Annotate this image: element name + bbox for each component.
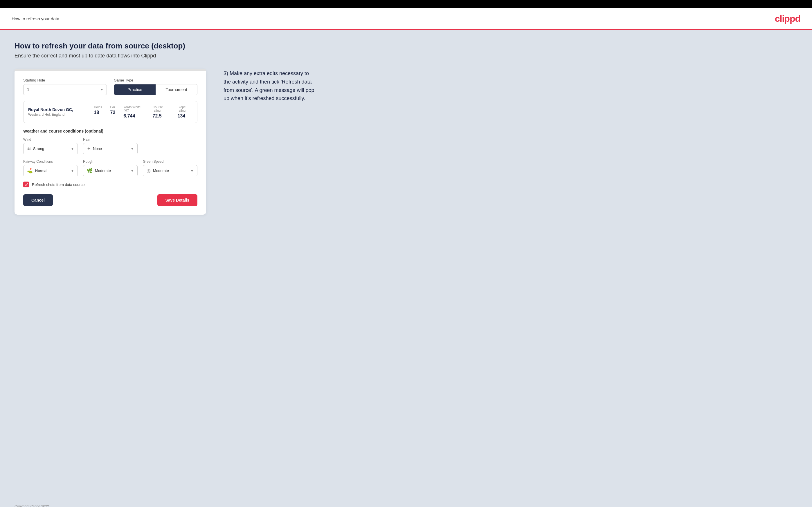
yards-stat: Yards/White (M)) 6,744 (123, 105, 144, 119)
logo: clippd (775, 13, 800, 24)
wind-group: Wind ≋ Strong ▼ (23, 137, 78, 154)
rain-select[interactable]: ✦ None ▼ (83, 143, 138, 154)
green-speed-group: Green Speed ◎ Moderate ▼ (143, 160, 197, 176)
slope-rating-label: Slope rating (177, 105, 193, 112)
refresh-label: Refresh shots from data source (32, 182, 85, 187)
wind-label: Wind (23, 137, 78, 142)
rain-arrow-icon: ▼ (131, 147, 134, 151)
course-table: Royal North Devon GC, Westward Hol, Engl… (23, 101, 197, 123)
fairway-icon: ⛳ (27, 168, 33, 173)
sidebar-instruction: 3) Make any extra edits necessary to the… (223, 69, 316, 103)
rain-label: Rain (83, 137, 138, 142)
starting-hole-select[interactable]: 1 (23, 84, 107, 95)
course-name: Royal North Devon GC, (28, 107, 94, 112)
yards-label: Yards/White (M)) (123, 105, 144, 112)
par-label: Par (110, 105, 115, 109)
course-rating-stat: Course rating 72.5 (153, 105, 169, 119)
holes-label: Holes (94, 105, 102, 109)
course-stats: Holes 18 Par 72 Yards/White (M)) 6,744 (94, 105, 193, 119)
practice-button[interactable]: Practice (114, 84, 156, 95)
rough-icon: 🌿 (87, 168, 93, 173)
card-top-strip (14, 69, 206, 71)
wind-select[interactable]: ≋ Strong ▼ (23, 143, 78, 154)
wind-rain-row: Wind ≋ Strong ▼ Rain ✦ None ▼ (23, 137, 197, 154)
tournament-button[interactable]: Tournament (156, 84, 197, 95)
top-bar (0, 0, 812, 8)
content-area: How to refresh your data from source (de… (0, 30, 812, 499)
rain-value: None (93, 147, 128, 151)
rough-group: Rough 🌿 Moderate ▼ (83, 160, 138, 176)
copyright-text: Copyright Clippd 2022 (14, 504, 49, 507)
header: How to refresh your data clippd (0, 8, 812, 30)
main-layout: Starting Hole 1 ▼ Game Type Practice Tou… (14, 69, 798, 215)
rough-label: Rough (83, 160, 138, 164)
course-table-body: Royal North Devon GC, Westward Hol, Engl… (23, 101, 197, 123)
refresh-checkbox-row: Refresh shots from data source (23, 181, 197, 187)
fairway-label: Fairway Conditions (23, 160, 78, 164)
fairway-arrow-icon: ▼ (71, 169, 74, 173)
starting-hole-select-wrapper[interactable]: 1 ▼ (23, 84, 107, 95)
checkmark-icon (24, 183, 28, 186)
course-location: Westward Hol, England (28, 113, 94, 117)
holes-stat: Holes 18 (94, 105, 102, 119)
footer: Copyright Clippd 2022 (0, 499, 812, 507)
fairway-select[interactable]: ⛳ Normal ▼ (23, 165, 78, 176)
empty-group (143, 137, 197, 154)
rough-value: Moderate (95, 169, 128, 173)
slope-rating-stat: Slope rating 134 (177, 105, 193, 119)
refresh-checkbox[interactable] (23, 181, 29, 187)
game-type-group: Game Type Practice Tournament (114, 78, 197, 95)
par-value: 72 (110, 110, 115, 115)
green-speed-label: Green Speed (143, 160, 197, 164)
form-card: Starting Hole 1 ▼ Game Type Practice Tou… (14, 69, 206, 215)
game-type-label: Game Type (114, 78, 197, 82)
fairway-value: Normal (35, 169, 68, 173)
starting-hole-label: Starting Hole (23, 78, 107, 82)
starting-hole-group: Starting Hole 1 ▼ (23, 78, 107, 95)
yards-value: 6,744 (123, 113, 135, 119)
rough-arrow-icon: ▼ (131, 169, 134, 173)
green-speed-value: Moderate (153, 169, 188, 173)
button-row: Cancel Save Details (23, 194, 197, 206)
rain-group: Rain ✦ None ▼ (83, 137, 138, 154)
rain-icon: ✦ (87, 146, 91, 152)
wind-value: Strong (33, 147, 68, 151)
fairway-rough-green-row: Fairway Conditions ⛳ Normal ▼ Rough 🌿 Mo… (23, 160, 197, 176)
form-top-row: Starting Hole 1 ▼ Game Type Practice Tou… (23, 78, 197, 95)
cancel-button[interactable]: Cancel (23, 194, 53, 206)
wind-icon: ≋ (27, 146, 31, 152)
save-button[interactable]: Save Details (157, 194, 198, 206)
course-info: Royal North Devon GC, Westward Hol, Engl… (28, 107, 94, 117)
green-speed-select[interactable]: ◎ Moderate ▼ (143, 165, 197, 176)
slope-rating-value: 134 (177, 113, 185, 119)
game-type-toggle: Practice Tournament (114, 84, 197, 95)
rough-select[interactable]: 🌿 Moderate ▼ (83, 165, 138, 176)
green-speed-arrow-icon: ▼ (191, 169, 194, 173)
holes-value: 18 (94, 110, 99, 115)
par-stat: Par 72 (110, 105, 115, 119)
course-rating-label: Course rating (153, 105, 169, 112)
page-heading: How to refresh your data from source (de… (14, 42, 798, 51)
green-speed-icon: ◎ (147, 168, 151, 173)
conditions-section-label: Weather and course conditions (optional) (23, 129, 197, 133)
header-title: How to refresh your data (12, 16, 59, 21)
fairway-group: Fairway Conditions ⛳ Normal ▼ (23, 160, 78, 176)
wind-arrow-icon: ▼ (71, 147, 74, 151)
page-subheading: Ensure the correct and most up to date d… (14, 53, 798, 59)
course-rating-value: 72.5 (153, 113, 162, 119)
